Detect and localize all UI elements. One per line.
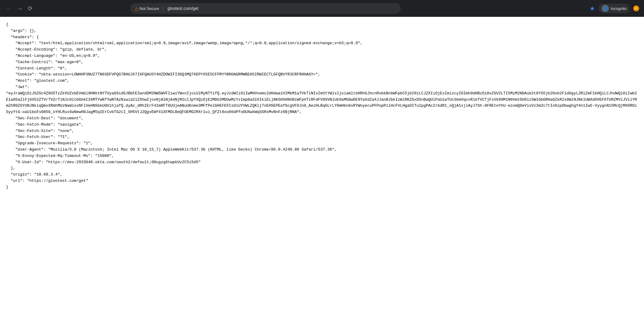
back-button[interactable]: ← xyxy=(5,4,13,13)
security-warning: △ Not Secure xyxy=(135,6,159,11)
address-bar[interactable]: △ Not Secure | glootest.com/get xyxy=(130,3,401,14)
browser-chrome: ← → ⟳ △ Not Secure | glootest.com/get ★ … xyxy=(0,0,644,17)
profile-icon: 👤 xyxy=(602,5,609,12)
json-response-content: { "args": {}, "headers": { "Accept": "te… xyxy=(0,17,644,195)
profile-label: Incognito xyxy=(611,6,627,11)
url-text: glootest.com/get xyxy=(167,6,198,11)
browser-actions: ★ 👤 Incognito 🔔 xyxy=(590,4,639,13)
nav-buttons: ← → ⟳ xyxy=(5,4,34,13)
separator: | xyxy=(163,6,164,11)
forward-button[interactable]: → xyxy=(16,4,24,13)
profile-button[interactable]: 👤 Incognito xyxy=(599,4,630,13)
warning-icon: △ xyxy=(135,6,138,11)
notification-icon[interactable]: 🔔 xyxy=(633,5,639,11)
refresh-button[interactable]: ⟳ xyxy=(26,4,34,13)
security-label: Not Secure xyxy=(140,6,159,11)
bookmark-icon[interactable]: ★ xyxy=(590,5,595,12)
